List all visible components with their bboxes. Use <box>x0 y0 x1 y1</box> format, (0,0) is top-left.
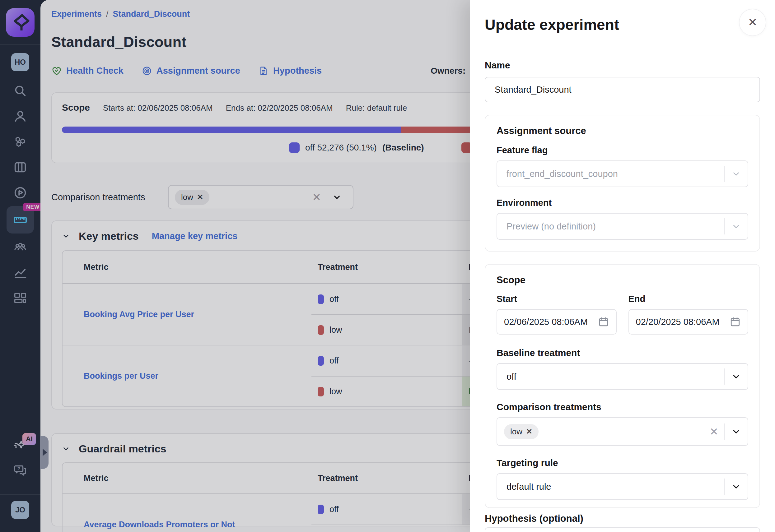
hypothesis-textarea[interactable] <box>485 527 760 532</box>
user-icon <box>13 109 27 123</box>
chip-remove-icon[interactable]: ✕ <box>197 193 203 201</box>
start-label: Start <box>497 294 617 304</box>
document-icon <box>258 66 269 76</box>
comparison-treatments-label: Comparison treatments <box>51 192 168 202</box>
feature-flag-select[interactable]: front_end_discount_coupon <box>497 160 748 187</box>
scope-card-title: Scope <box>62 102 90 113</box>
breadcrumb-separator: / <box>106 9 109 19</box>
scope-ends-at: Ends at: 02/20/2025 08:06AM <box>226 103 333 113</box>
sidebar-item-dashboards[interactable] <box>0 285 40 311</box>
scope-starts-at: Starts at: 02/06/2025 08:06AM <box>103 103 213 113</box>
flag-circle-icon <box>13 186 27 200</box>
targeting-rule-select[interactable]: default rule <box>497 473 748 500</box>
hexagons-icon <box>13 135 27 149</box>
key-metrics-title: Key metrics <box>79 230 139 242</box>
people-icon <box>13 240 27 254</box>
treatment-chip-label: low <box>510 427 522 437</box>
metric-link[interactable]: Average Downloads Promoters or Not <box>84 520 235 530</box>
breadcrumb-experiments[interactable]: Experiments <box>51 9 102 19</box>
user-avatar[interactable]: JO <box>11 501 29 519</box>
baseline-treatment-select[interactable]: off <box>497 363 748 390</box>
workspace-avatar[interactable]: HO <box>11 53 29 71</box>
collapse-caret-icon[interactable] <box>62 232 70 240</box>
close-button[interactable]: ✕ <box>739 9 766 36</box>
new-badge: NEW <box>23 203 43 211</box>
sidebar-item-help[interactable]: ? <box>0 457 40 482</box>
metric-link[interactable]: Bookings per User <box>84 371 158 381</box>
expand-arrow-icon <box>43 449 47 456</box>
target-icon <box>141 66 152 76</box>
scope-section: Scope Start 02/06/2025 08:06AM End 02/20… <box>485 264 760 508</box>
sidebar-item-users[interactable] <box>0 104 40 129</box>
col-header-metric: Metric <box>63 474 311 483</box>
assignment-source-link[interactable]: Assignment source <box>141 66 240 76</box>
scope-section-title: Scope <box>497 275 748 286</box>
environment-select[interactable]: Preview (no definition) <box>497 213 748 240</box>
breadcrumb-current[interactable]: Standard_Discount <box>113 9 190 19</box>
treatment-chip-label: low <box>181 192 193 202</box>
end-label: End <box>629 294 749 304</box>
chevron-down-icon[interactable] <box>725 372 748 381</box>
chevron-down-icon[interactable] <box>725 482 748 491</box>
sidebar-item-releases[interactable] <box>0 180 40 206</box>
sidebar-item-search[interactable] <box>0 78 40 104</box>
ai-badge: AI <box>22 433 36 445</box>
panel-title: Update experiment <box>485 16 760 33</box>
sidebar-expand-handle[interactable] <box>40 436 49 469</box>
chevron-down-icon[interactable] <box>725 222 748 231</box>
calendar-icon[interactable] <box>598 316 609 327</box>
comparison-treatments-select[interactable]: low ✕ ✕ <box>497 417 748 446</box>
legend-item-off: off 52,276 (50.1%) (Baseline) <box>289 142 424 153</box>
name-input[interactable]: Standard_Discount <box>485 77 760 102</box>
hypothesis-link[interactable]: Hypothesis <box>258 66 322 76</box>
collapse-caret-icon[interactable] <box>62 445 70 453</box>
metric-link[interactable]: Booking Avg Price per User <box>84 310 194 319</box>
health-check-link[interactable]: Health Check <box>51 66 123 76</box>
clear-selection-icon[interactable]: ✕ <box>307 191 327 203</box>
sidebar-item-community[interactable] <box>0 234 40 260</box>
col-header-metric: Metric <box>63 262 311 272</box>
treatment-chip-low[interactable]: low ✕ <box>504 424 539 439</box>
treatment-dot-off <box>318 294 324 304</box>
assignment-source-title: Assignment source <box>497 125 748 136</box>
sidebar-divider <box>0 494 40 495</box>
manage-key-metrics-link[interactable]: Manage key metrics <box>152 231 238 241</box>
targeting-rule-value: default rule <box>507 482 724 492</box>
targeting-rule-label: Targeting rule <box>497 458 748 468</box>
sidebar-item-feature-flags[interactable] <box>0 129 40 155</box>
hypothesis-label: Hypothesis <box>273 66 322 76</box>
chevron-down-icon[interactable] <box>725 427 748 436</box>
search-icon <box>13 84 27 98</box>
end-date-input[interactable]: 02/20/2025 08:06AM <box>629 309 749 335</box>
sidebar-bottom: AI ? JO <box>0 429 40 532</box>
sidebar-item-experiments-active[interactable]: NEW <box>7 206 34 234</box>
assignment-source-label: Assignment source <box>156 66 240 76</box>
treatment-dot-low <box>318 325 324 335</box>
treatment-name: off <box>329 294 339 304</box>
statsig-logo-icon[interactable] <box>6 8 35 37</box>
treatment-name: low <box>329 325 342 335</box>
chevron-down-icon[interactable] <box>327 192 346 202</box>
owners-label: Owners: <box>431 66 466 76</box>
sidebar-item-metrics[interactable] <box>0 260 40 285</box>
update-experiment-panel: ✕ Update experiment Name Standard_Discou… <box>470 0 775 532</box>
comparison-treatments-label: Comparison treatments <box>497 402 748 412</box>
sidebar-item-columns[interactable] <box>0 155 40 180</box>
calendar-icon[interactable] <box>730 316 741 327</box>
legend-label-off: off 52,276 (50.1%) <box>305 143 377 153</box>
treatment-chip-low[interactable]: low ✕ <box>175 190 209 205</box>
clear-selection-icon[interactable]: ✕ <box>704 425 724 438</box>
sidebar-item-ai[interactable]: AI <box>0 433 40 457</box>
chat-question-icon: ? <box>13 463 27 477</box>
columns-icon <box>13 160 27 174</box>
baseline-treatment-label: Baseline treatment <box>497 348 748 358</box>
chip-remove-icon[interactable]: ✕ <box>526 427 532 436</box>
environment-label: Environment <box>497 198 748 208</box>
chevron-down-icon[interactable] <box>725 169 748 178</box>
start-date-value: 02/06/2025 08:06AM <box>504 317 598 327</box>
treatment-dot-low <box>318 387 324 396</box>
line-chart-icon <box>13 265 27 280</box>
start-date-input[interactable]: 02/06/2025 08:06AM <box>497 309 617 335</box>
environment-value: Preview (no definition) <box>507 221 724 232</box>
comparison-treatments-select[interactable]: low ✕ ✕ <box>168 185 353 209</box>
